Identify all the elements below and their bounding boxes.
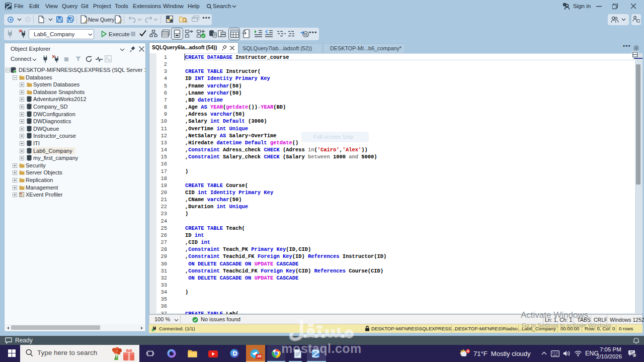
svg-text:1: 1 — [633, 353, 635, 357]
svg-text:+: + — [564, 3, 566, 6]
svg-text:4: 4 — [467, 349, 469, 353]
